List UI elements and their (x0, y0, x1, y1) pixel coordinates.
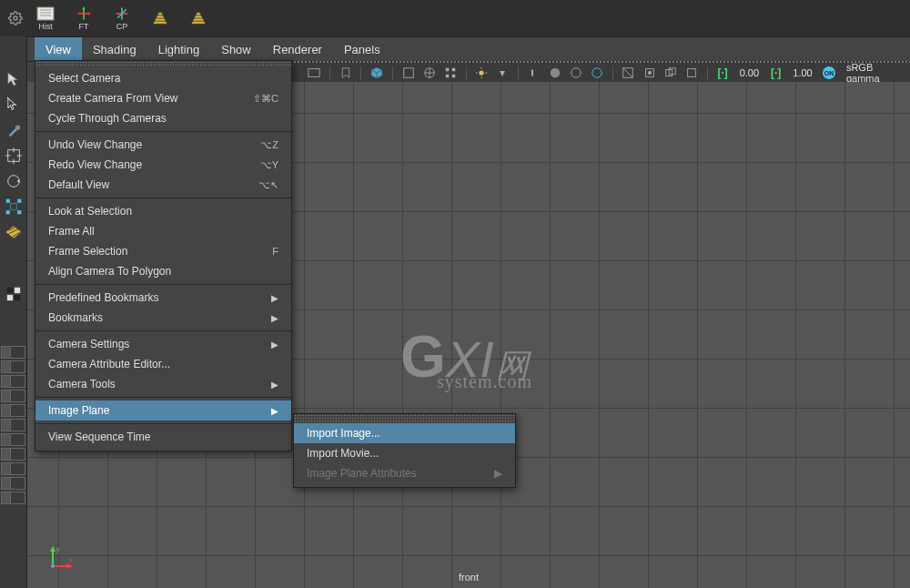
menu-item-label: Image Plane (48, 404, 109, 417)
menu-item-label: Predefined Bookmarks (48, 291, 158, 304)
paint-tool[interactable] (2, 118, 25, 142)
shelf-hist[interactable]: Hist (29, 3, 62, 34)
menu-panels[interactable]: Panels (333, 37, 391, 61)
camera-select-icon[interactable] (307, 65, 322, 81)
submenu-item-label: Import Movie... (307, 447, 379, 460)
menu-lighting[interactable]: Lighting (147, 37, 211, 61)
bookmark-icon[interactable] (338, 65, 353, 81)
menu-item-frame-all[interactable]: Frame All (35, 221, 291, 241)
menu-renderer[interactable]: Renderer (262, 37, 333, 61)
2side-icon[interactable] (400, 65, 416, 81)
shelf-construction-1[interactable] (144, 3, 177, 34)
menu-item-label: Camera Settings (48, 338, 129, 350)
textured-icon[interactable] (568, 65, 583, 81)
layout-preset-4[interactable] (1, 390, 25, 402)
menu-item-redo-view-change[interactable]: Redo View Change⌥Y (35, 155, 291, 175)
light-icon[interactable] (474, 65, 490, 81)
xray-joints-icon[interactable] (642, 65, 657, 81)
exposure-value: 0.00 (736, 67, 763, 78)
layout-panels (0, 346, 27, 504)
svg-text:x: x (69, 557, 73, 563)
menu-item-bookmarks[interactable]: Bookmarks▶ (35, 308, 291, 328)
shelf-construction-2[interactable] (182, 3, 215, 34)
shelf-ft[interactable]: FT (67, 3, 100, 34)
svg-point-47 (550, 67, 560, 77)
menu-tearoff-handle[interactable] (35, 61, 291, 66)
layout-preset-7[interactable] (1, 433, 25, 446)
move-tool[interactable] (2, 144, 25, 167)
exposure-icon[interactable]: [·] (714, 65, 730, 81)
wire-shaded-icon[interactable] (590, 65, 605, 81)
svg-rect-33 (403, 67, 413, 77)
layout-preset-8[interactable] (1, 448, 25, 461)
menu-item-create-camera-from-view[interactable]: Create Camera From View⇧⌘C (35, 88, 291, 108)
menu-item-align-camera-to-polygon[interactable]: Align Camera To Polygon (35, 261, 291, 281)
select-tool[interactable] (2, 67, 25, 91)
submenu-arrow-icon: ▶ (271, 293, 278, 303)
colorspace-toggle-icon[interactable]: ON (822, 65, 837, 81)
menu-item-shortcut: ⌥Z (260, 139, 278, 151)
rotate-tool[interactable] (2, 169, 25, 193)
svg-rect-46 (531, 69, 533, 76)
menu-item-predefined-bookmarks[interactable]: Predefined Bookmarks▶ (35, 288, 291, 308)
menu-shading[interactable]: Shading (82, 37, 147, 61)
layout-preset-11[interactable] (1, 492, 25, 504)
shading-tool[interactable] (2, 282, 25, 306)
settings-icon[interactable] (7, 10, 24, 26)
layout-preset-6[interactable] (1, 419, 25, 431)
layout-preset-1[interactable] (1, 346, 25, 359)
shelf-cp[interactable]: CP (106, 3, 138, 34)
camera-label: front (459, 572, 479, 583)
svg-rect-23 (17, 210, 21, 214)
submenu-arrow-icon: ▶ (271, 313, 278, 323)
menu-item-look-at-selection[interactable]: Look at Selection (35, 201, 291, 221)
menu-show[interactable]: Show (210, 37, 262, 61)
watermark-sub: system.com (437, 371, 532, 392)
menu-view[interactable]: View (35, 37, 82, 61)
menu-item-frame-selection[interactable]: Frame SelectionF (35, 241, 291, 261)
menu-item-label: Align Camera To Polygon (48, 265, 171, 278)
layout-preset-9[interactable] (1, 462, 25, 475)
poly-count-icon[interactable] (683, 65, 699, 81)
submenu-item-import-image[interactable]: Import Image... (294, 423, 515, 443)
menu-separator (35, 423, 291, 424)
menu-item-view-sequence-time[interactable]: View Sequence Time (35, 427, 291, 447)
wireframe-icon[interactable] (421, 65, 437, 81)
menu-item-camera-tools[interactable]: Camera Tools▶ (35, 374, 291, 394)
layout-preset-3[interactable] (1, 375, 25, 388)
submenu-arrow-icon: ▶ (271, 380, 278, 390)
menu-item-shortcut: F (272, 246, 278, 257)
colorspace-label[interactable]: sRGB gamma (843, 62, 910, 84)
lasso-tool[interactable] (2, 93, 25, 117)
xray-comp-icon[interactable] (662, 65, 678, 81)
svg-marker-7 (82, 6, 85, 9)
menu-item-default-view[interactable]: Default View⌥↖ (35, 175, 291, 195)
scale-tool[interactable] (2, 195, 25, 218)
layout-preset-2[interactable] (1, 360, 25, 373)
isolate-icon[interactable] (526, 65, 541, 81)
image-plane-icon[interactable] (369, 65, 385, 81)
svg-marker-62 (67, 563, 73, 569)
menu-item-cycle-through-cameras[interactable]: Cycle Through Cameras (35, 108, 291, 128)
layout-preset-10[interactable] (1, 477, 25, 490)
menu-item-camera-attribute-editor[interactable]: Camera Attribute Editor... (35, 354, 291, 374)
shaded-icon[interactable] (547, 65, 562, 81)
svg-rect-1 (37, 7, 54, 20)
grid-icon[interactable] (442, 65, 458, 81)
svg-rect-32 (308, 68, 319, 76)
menu-item-select-camera[interactable]: Select Camera (35, 68, 291, 88)
svg-point-41 (480, 70, 484, 75)
svg-marker-60 (50, 546, 56, 552)
plane-tool[interactable] (2, 220, 25, 244)
menu-item-camera-settings[interactable]: Camera Settings▶ (35, 334, 291, 354)
menu-item-image-plane[interactable]: Image Plane▶ (35, 400, 291, 421)
menu-item-label: Look at Selection (48, 205, 132, 218)
shadow-icon[interactable]: ▾ (495, 65, 511, 81)
gamma-icon[interactable]: [·] (768, 65, 784, 81)
menu-item-label: Select Camera (48, 72, 120, 85)
submenu-item-import-movie[interactable]: Import Movie... (294, 443, 515, 463)
layout-preset-5[interactable] (1, 404, 25, 417)
submenu-tearoff-handle[interactable] (294, 414, 515, 421)
xray-icon[interactable] (621, 65, 636, 81)
menu-item-undo-view-change[interactable]: Undo View Change⌥Z (35, 135, 291, 155)
